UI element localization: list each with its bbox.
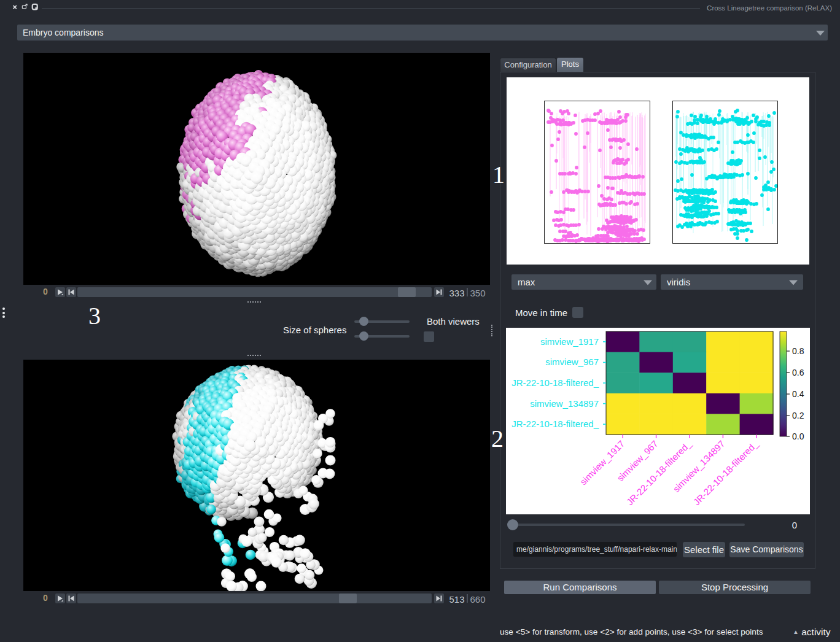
- svg-text:0.2: 0.2: [792, 411, 804, 420]
- svg-text:0.8: 0.8: [792, 346, 804, 356]
- svg-text:simview_967: simview_967: [545, 357, 599, 367]
- svg-text:0.6: 0.6: [792, 368, 804, 377]
- svg-text:0.4: 0.4: [792, 389, 804, 399]
- svg-text:simview_1917: simview_1917: [540, 336, 599, 347]
- svg-text:JR-22-10-18-filtered_: JR-22-10-18-filtered_: [511, 419, 599, 429]
- svg-text:JR-22-10-18-filtered_: JR-22-10-18-filtered_: [624, 438, 694, 508]
- svg-text:0.0: 0.0: [792, 431, 804, 441]
- svg-text:simview_134897: simview_134897: [530, 398, 599, 409]
- svg-text:JR-22-10-18-filtered_: JR-22-10-18-filtered_: [511, 377, 599, 388]
- svg-text:JR-22-10-18-filtered_: JR-22-10-18-filtered_: [691, 438, 761, 508]
